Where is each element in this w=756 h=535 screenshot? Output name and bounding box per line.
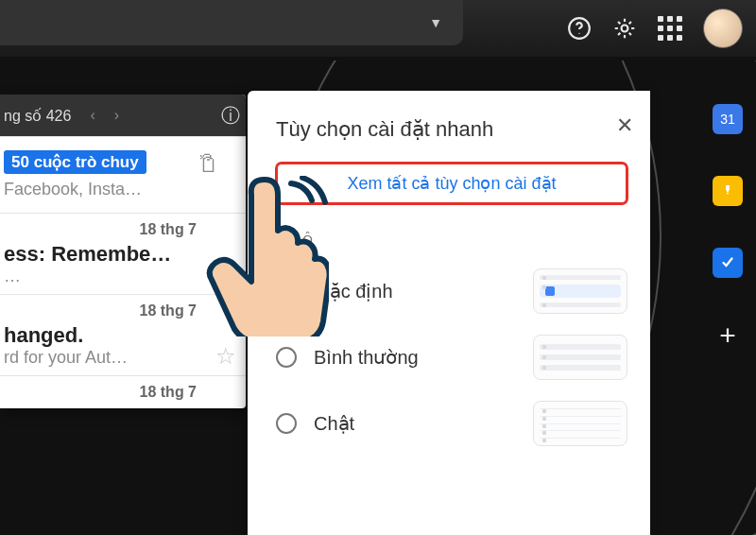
see-all-settings-label: Xem tất cả tùy chọn cài đặt <box>347 173 556 194</box>
option-label: Chật <box>314 412 354 435</box>
mail-preview: rd for your Aut… <box>4 348 236 368</box>
option-label: Bình thường <box>314 346 419 369</box>
input-tools-icon[interactable]: ⓘ <box>221 103 240 129</box>
density-option-normal[interactable]: Bình thường <box>276 335 627 380</box>
search-options-caret-icon[interactable]: ▼ <box>429 15 442 30</box>
option-label: Mặc định <box>314 280 393 302</box>
calendar-icon[interactable]: 31 <box>713 104 743 134</box>
mail-row[interactable]: 18 thg 7 ess: Remembe… … ☆ <box>0 213 246 294</box>
mail-row[interactable]: 18 thg 7 <box>0 375 246 408</box>
pager-next-icon[interactable]: › <box>114 107 119 124</box>
account-avatar[interactable] <box>703 9 743 48</box>
mail-row[interactable]: 🏷 50 cuộc trò chuy Facebook, Insta… <box>0 136 246 213</box>
mail-preview: … <box>4 267 236 286</box>
radio-icon[interactable] <box>276 347 297 368</box>
pager-prev-icon[interactable]: ‹ <box>90 107 94 124</box>
gear-icon[interactable] <box>612 16 637 41</box>
side-panel-rail: 31 + <box>713 104 743 352</box>
help-icon[interactable] <box>567 16 592 41</box>
close-icon[interactable]: ✕ <box>616 113 633 138</box>
star-icon[interactable]: ☆ <box>215 343 236 370</box>
radio-icon[interactable] <box>276 281 297 302</box>
mail-subject: hanged. <box>4 323 236 348</box>
quick-settings-panel: Tùy chọn cài đặt nhanh ✕ Xem tất cả tùy … <box>248 91 650 535</box>
mail-date: 18 thg 7 <box>4 221 236 238</box>
mail-date: 18 thg 7 <box>4 302 236 319</box>
mail-pager: ng số 426 ‹ › ⓘ <box>0 95 246 136</box>
density-option-default[interactable]: Mặc định <box>276 268 627 314</box>
panel-title: Tùy chọn cài đặt nhanh <box>276 117 627 142</box>
svg-point-1 <box>578 33 579 34</box>
label-icon: 🏷 <box>195 152 219 173</box>
add-addon-icon[interactable]: + <box>719 319 736 352</box>
density-thumb-compact <box>533 401 627 446</box>
density-section-label: T ĐỘ <box>276 233 627 248</box>
pager-count: ng số 426 <box>4 107 71 125</box>
density-thumb-normal <box>533 335 627 380</box>
apps-grid-icon[interactable] <box>658 16 682 41</box>
svg-point-2 <box>622 26 628 32</box>
mail-row[interactable]: 18 thg 7 hanged. rd for your Aut… ☆ <box>0 294 246 375</box>
mail-subject: ess: Remembe… <box>4 242 236 267</box>
see-all-settings-button[interactable]: Xem tất cả tùy chọn cài đặt <box>276 163 627 204</box>
search-box[interactable]: ▼ <box>0 0 463 45</box>
density-option-compact[interactable]: Chật <box>276 401 627 446</box>
density-thumb-default <box>533 268 627 314</box>
calendar-day: 31 <box>720 112 735 127</box>
svg-rect-3 <box>727 193 729 194</box>
mail-preview: Facebook, Insta… <box>4 180 236 199</box>
star-icon[interactable]: ☆ <box>215 262 236 288</box>
radio-icon[interactable] <box>276 413 297 434</box>
mail-date: 18 thg 7 <box>4 384 236 401</box>
tasks-icon[interactable] <box>713 248 743 278</box>
mail-list: ng số 426 ‹ › ⓘ 🏷 50 cuộc trò chuy Faceb… <box>0 95 246 408</box>
app-header: ▼ <box>0 0 756 60</box>
conversation-count-tag: 50 cuộc trò chuy <box>4 150 146 174</box>
keep-icon[interactable] <box>713 176 743 206</box>
